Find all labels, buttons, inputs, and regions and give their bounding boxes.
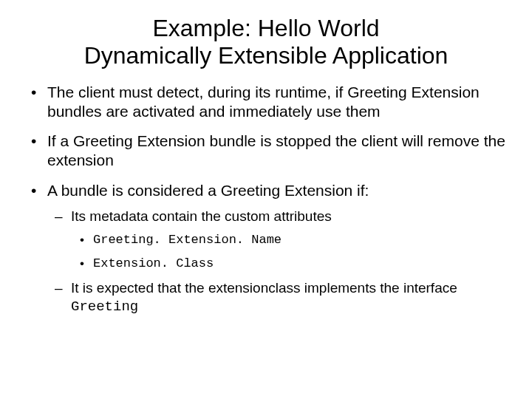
bullet-text: A bundle is considered a Greeting Extens… [47, 182, 369, 199]
title-line-1: Example: Hello World [152, 15, 379, 41]
list-item: It is expected that the extensionclass i… [68, 279, 505, 316]
list-item: A bundle is considered a Greeting Extens… [43, 181, 505, 317]
sub-list: Its metadata contain the custom attribut… [47, 208, 505, 316]
bullet-text: The client must detect, during its runti… [47, 83, 480, 120]
title-line-2: Dynamically Extensible Application [84, 42, 449, 69]
list-item: The client must detect, during its runti… [43, 83, 505, 122]
slide-title: Example: Hello World Dynamically Extensi… [27, 15, 505, 69]
bullet-text: If a Greeting Extension bundle is stoppe… [47, 132, 505, 168]
code-text: Extension. Class [93, 256, 214, 270]
bullet-list: The client must detect, during its runti… [27, 83, 505, 317]
sub-sub-list: Greeting. Extension. Name Extension. Cla… [71, 232, 505, 272]
list-item: Greeting. Extension. Name [92, 232, 505, 248]
list-item: Extension. Class [92, 256, 505, 272]
code-text: Greeting. Extension. Name [93, 233, 282, 247]
slide: Example: Hello World Dynamically Extensi… [0, 0, 532, 399]
bullet-text: It is expected that the extensionclass i… [71, 280, 457, 296]
code-text: Greeting [71, 299, 138, 315]
list-item: Its metadata contain the custom attribut… [68, 208, 505, 272]
list-item: If a Greeting Extension bundle is stoppe… [43, 132, 505, 171]
bullet-text: Its metadata contain the custom attribut… [71, 208, 332, 224]
